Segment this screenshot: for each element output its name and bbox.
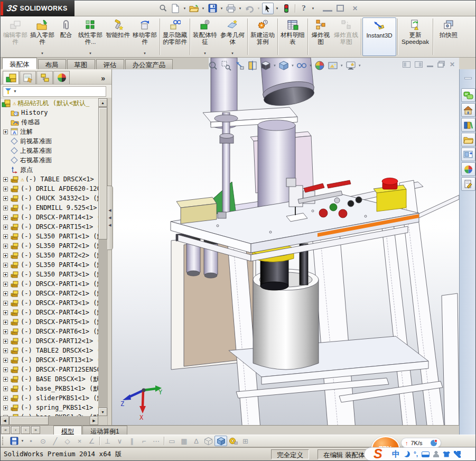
expander-icon[interactable]: + — [3, 320, 8, 325]
tree-item-part[interactable]: + ⚠ (-) DRSCX-PART13<1> (默 — [1, 355, 99, 365]
tree-item-part[interactable]: + ⚠ (-) SL350 PART2<1> (默认 — [1, 241, 99, 251]
expander-icon[interactable]: + — [3, 272, 8, 277]
tree-item-part[interactable]: + ⚠ (-) DRSCX-PART12<1> (默 — [1, 336, 99, 346]
dropdown-caret[interactable]: ▼ — [89, 52, 92, 56]
scroll-left-icon[interactable]: ◀ — [1, 416, 9, 425]
save-dropdown-icon[interactable]: ▼ — [20, 439, 25, 442]
menu-item[interactable] — [133, 6, 143, 11]
scroll-right-icon[interactable]: ▶ — [90, 416, 98, 425]
expander-icon[interactable]: + — [3, 244, 8, 248]
assembly-features-button[interactable]: 装配体特征 ▼ — [191, 17, 219, 56]
ime-punctuation-toggle[interactable]: °, — [414, 450, 418, 458]
sogou-logo[interactable]: S — [374, 446, 382, 461]
expander-icon[interactable]: + — [3, 263, 8, 268]
expander-icon[interactable]: + — [3, 310, 8, 315]
apply-scene-icon[interactable] — [327, 60, 339, 71]
help-dropdown-icon[interactable]: ▼ — [311, 7, 315, 10]
wireframe-cube-icon[interactable] — [202, 437, 214, 446]
explode-line-sketch-button[interactable]: 爆炸直线草图 — [332, 17, 360, 56]
expander-icon[interactable]: + — [3, 405, 8, 410]
grid-icon[interactable]: ▦ — [178, 437, 190, 445]
tree-item-part[interactable]: + ⚠ (-) DRSCX-PART15<1> (默 — [1, 222, 99, 232]
tree-item-part[interactable]: + ⚠ (-) SL350 PART1<1> (默认 — [1, 232, 99, 241]
last-tab-icon[interactable]: » — [31, 426, 40, 434]
hide-show-dropdown-icon[interactable]: ▼ — [309, 64, 312, 67]
configurationmanager-icon[interactable] — [36, 71, 53, 84]
new-dropdown-icon[interactable]: ▼ — [182, 7, 187, 10]
tree-item-part[interactable]: + ⚠ (-) DRSCX-PART5<1> (默认 — [1, 317, 99, 327]
expander-icon[interactable]: + — [3, 367, 8, 372]
expander-icon[interactable]: + — [3, 196, 8, 201]
smart-fasteners-button[interactable]: 智能扣件 — [105, 17, 131, 56]
close-icon[interactable]: ✕ — [450, 61, 455, 68]
tree-vertical-scrollbar[interactable]: ▲ ▼ — [98, 98, 107, 416]
line-icon[interactable]: ╱ — [49, 437, 61, 445]
tab-sketch[interactable]: 草图 — [67, 59, 95, 69]
toolbar-grip[interactable] — [2, 437, 5, 445]
scroll-down-icon[interactable]: ▼ — [98, 408, 107, 416]
ime-softkeyboard-icon[interactable] — [422, 451, 430, 457]
prev-tab-icon[interactable]: ‹ — [11, 426, 20, 434]
menu-item[interactable] — [101, 6, 111, 11]
scroll-up-icon[interactable]: ▲ — [98, 98, 107, 107]
measure-icon[interactable] — [227, 437, 239, 445]
next-tab-icon[interactable]: › — [21, 426, 30, 434]
expander-icon[interactable]: + — [3, 130, 8, 134]
featuremanager-tree-icon[interactable] — [3, 71, 19, 84]
vertical-scroll-thumb[interactable] — [98, 107, 107, 239]
filter-dropdown-icon[interactable]: ▼ — [13, 89, 17, 93]
expander-icon[interactable]: + — [3, 215, 8, 220]
point-icon[interactable]: • — [25, 437, 37, 445]
ime-fullhalf-icon[interactable] — [404, 451, 410, 457]
move-component-button[interactable]: 移动零部件 ▼ — [131, 17, 158, 56]
minimize-icon[interactable] — [427, 61, 433, 67]
home-icon[interactable] — [461, 103, 475, 117]
circle-icon[interactable]: ⊙ — [37, 437, 49, 445]
trim-icon[interactable]: × — [73, 437, 86, 445]
tree-item-part[interactable]: + ⚠ (-) ENDMILL 9.525<1> (默 — [1, 203, 99, 213]
expander-icon[interactable]: + — [3, 282, 8, 287]
performance-lights-icon[interactable] — [281, 3, 292, 14]
table-icon[interactable]: ⊞ — [239, 437, 251, 445]
view-orientation-icon[interactable] — [260, 60, 272, 71]
tree-item-part[interactable]: + ⚠ (-) TABLE2 DRSCX<1> (默 — [1, 346, 99, 355]
ime-skin-icon[interactable] — [443, 451, 450, 457]
tab-model[interactable]: 模型 — [53, 426, 82, 435]
exploded-view-button[interactable]: 爆炸视图 — [309, 17, 332, 56]
mate-button[interactable]: 配合 — [56, 17, 76, 56]
corner-icon[interactable]: ⌐ — [138, 437, 150, 445]
instant3d-button[interactable]: Instant3D — [362, 17, 396, 56]
edit-appearance-icon[interactable] — [314, 60, 325, 71]
pane-left-icon[interactable] — [403, 61, 410, 68]
linear-component-pattern-button[interactable]: 线性零部件... ▼ — [76, 17, 105, 56]
ime-account-icon[interactable] — [433, 451, 439, 457]
tree-item-annotations[interactable]: + A 注解 — [1, 127, 99, 136]
dropdown-caret[interactable]: ▼ — [231, 52, 234, 56]
parallel-relation-icon[interactable]: ∥ — [126, 437, 138, 445]
bill-of-materials-button[interactable]: 材料明细表 — [279, 17, 306, 56]
tab-office-products[interactable]: 办公室产品 — [125, 59, 173, 69]
scene-dropdown-icon[interactable]: ▼ — [340, 64, 343, 67]
view-palette-icon[interactable] — [461, 147, 475, 161]
expander-icon[interactable]: + — [3, 234, 8, 239]
help-icon[interactable]: ? — [298, 3, 310, 14]
tree-item-part[interactable]: + ⚠ (-) DRSCX-PART4<1> (默认 — [1, 308, 99, 317]
more-relations-icon[interactable]: ⋯ — [150, 437, 162, 445]
hide-show-items-icon[interactable] — [296, 60, 307, 71]
angle-icon[interactable]: ∆ — [190, 437, 202, 445]
view-settings-dropdown-icon[interactable]: ▼ — [358, 64, 361, 67]
expander-icon[interactable]: + — [3, 358, 8, 363]
expander-icon[interactable]: + — [3, 396, 8, 401]
maximize-icon[interactable] — [337, 5, 346, 12]
tree-horizontal-scrollbar[interactable]: ◀ ▶ — [1, 416, 98, 425]
tree-item-history[interactable]: + History — [1, 108, 99, 117]
design-library-icon[interactable] — [461, 118, 475, 132]
tree-item-part[interactable]: + ⚠ (-) DRSCX-PART6<1> (默认 — [1, 327, 99, 336]
tree-item-part[interactable]: + ⚠ (-) spring_PKBS1<1> (默 — [1, 403, 99, 412]
view-settings-icon[interactable] — [345, 60, 357, 71]
dropdown-caret[interactable]: ▼ — [41, 52, 44, 56]
tree-filter-input[interactable]: ▼ — [3, 86, 106, 97]
first-tab-icon[interactable]: « — [1, 426, 10, 434]
new-motion-study-button[interactable]: 新建运动算例 — [249, 17, 276, 56]
open-dropdown-icon[interactable]: ▼ — [201, 7, 206, 10]
